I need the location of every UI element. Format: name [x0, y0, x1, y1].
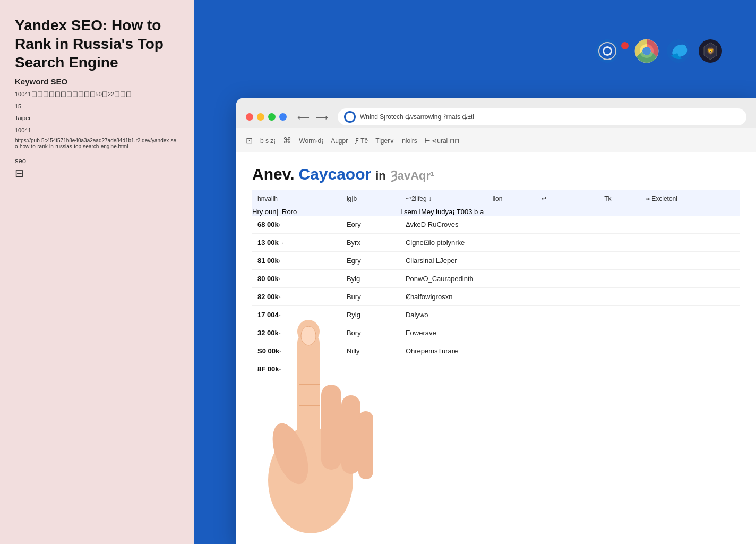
- th-tk: Tk: [599, 190, 641, 208]
- right-panel: 🦁 ⟵ ⟶ Wnind Sȷrotech ȡvsarrowing ʔrnats …: [194, 0, 756, 544]
- table-header-row: hnvalih lg|b ~¹2lifeg ↓ lion ↵ Tk ≈ Exci…: [252, 190, 740, 208]
- browser-tabs: ⊡ b s z¡ ⌘ Worm·d¡ Augpr Ƒ Tē Tiger∨ nlo…: [236, 128, 756, 152]
- notification-dot: [621, 42, 629, 49]
- table-subheader-row: Hry oun| Roro I sem IMey iudya¡ T003 b a: [252, 208, 740, 216]
- close-button[interactable]: [246, 113, 253, 121]
- brave-icon: 🦁: [697, 37, 724, 65]
- td-volume: 13 00k→: [252, 234, 341, 252]
- back-icon[interactable]: ⟵: [295, 111, 312, 123]
- tag-label: seo: [15, 157, 179, 165]
- table-row: 80 00k• Bylg PonwO_Caurapedinth: [252, 270, 740, 288]
- td-volume: S0 00k•: [252, 342, 341, 360]
- td-col3: Clgne⊡lo ptolynrke: [400, 234, 740, 252]
- sub-hry: Hry oun| Roro: [252, 208, 400, 216]
- browser-window: ⟵ ⟶ Wnind Sȷrotech ȡvsarrowing ʔrnats ȡ±…: [236, 98, 756, 544]
- td-col2: Bury: [341, 288, 400, 306]
- td-volume: 80 00k•: [252, 270, 341, 288]
- th-lion: lion: [487, 190, 536, 208]
- browser-icons-row: 🦁: [594, 37, 724, 65]
- keyword-label: Keyword SEO: [15, 77, 179, 86]
- meta-code: 10041: [15, 125, 179, 135]
- th-lifeg: ~¹2lifeg ↓: [400, 190, 487, 208]
- td-volume: 32 00k•: [252, 324, 341, 342]
- svg-point-7: [642, 47, 651, 55]
- td-col3: Cllarsinal LJeper: [400, 252, 740, 270]
- tab-te[interactable]: Ƒ Tē: [355, 137, 368, 148]
- browser-chrome: ⟵ ⟶ Wnind Sȷrotech ȡvsarrowing ʔrnats ȡ±…: [236, 98, 756, 128]
- tab-wormd[interactable]: Worm·d¡: [299, 137, 323, 148]
- minimize-button[interactable]: [257, 113, 264, 121]
- svg-text:🦁: 🦁: [707, 47, 715, 55]
- left-panel: Yandex SEO: How to Rank in Russia's Top …: [0, 0, 194, 544]
- th-empty: [574, 190, 599, 208]
- svg-rect-16: [321, 385, 341, 470]
- browser-content: Anev. Caycaoor in ȜavAqr¹ hnvalih lg|b ~…: [236, 152, 756, 389]
- td-col2: Bylg: [341, 270, 400, 288]
- td-col3: OhrepemsTurare: [400, 342, 740, 360]
- svg-rect-17: [341, 395, 360, 474]
- tag-icon: ⊟: [15, 167, 179, 180]
- td-volume: 82 00k•: [252, 288, 341, 306]
- td-col2: Byrx: [341, 234, 400, 252]
- td-col3: Dalywo: [400, 306, 740, 324]
- td-col3: Ȼhalfowigrosxn: [400, 288, 740, 306]
- th-lgb: lg|b: [341, 190, 400, 208]
- svg-point-13: [268, 427, 353, 533]
- td-col3: PonwO_Caurapedinth: [400, 270, 740, 288]
- tab-augpr[interactable]: Augpr: [331, 137, 348, 148]
- title-part1: Anev.: [252, 165, 294, 183]
- table-row: 17 004• Rylg Dalywo: [252, 306, 740, 324]
- table-row: 68 00k• Eory ΔvkeD RuCroves: [252, 216, 740, 234]
- table-row: 13 00k→ Byrx Clgne⊡lo ptolynrke: [252, 234, 740, 252]
- meta-city: Taipei: [15, 113, 179, 123]
- tab-nloirs[interactable]: nloirs: [402, 137, 417, 148]
- td-volume: 81 00k•: [252, 252, 341, 270]
- chrome-icon: [633, 37, 660, 65]
- reload-icon: [344, 111, 356, 123]
- data-table: hnvalih lg|b ~¹2lifeg ↓ lion ↵ Tk ≈ Exci…: [252, 190, 740, 378]
- content-title: Anev. Caycaoor in ȜavAqr¹: [252, 165, 740, 183]
- th-arrow: ↵: [536, 190, 574, 208]
- td-volume: 8F 00k•: [252, 360, 341, 378]
- title-part4: ȜavAqr¹: [390, 169, 435, 183]
- tab-ural[interactable]: ⊢ ⊲ural ⊓⊓: [425, 137, 459, 148]
- traffic-lights: [246, 113, 287, 121]
- tab-1[interactable]: b s z¡: [260, 137, 276, 148]
- td-col3: ΔvkeD RuCroves: [400, 216, 740, 234]
- td-col2: [341, 360, 400, 378]
- meta-line2: 15: [15, 101, 179, 112]
- svg-point-3: [604, 48, 611, 54]
- tab-home-icon[interactable]: ⊡: [246, 135, 253, 149]
- td-col3: Eowerave: [400, 324, 740, 342]
- td-col2: Rylg: [341, 306, 400, 324]
- td-volume: 17 004•: [252, 306, 341, 324]
- edge-icon: [665, 37, 692, 65]
- svg-point-19: [265, 419, 315, 489]
- firefox-icon: [594, 37, 621, 65]
- address-bar[interactable]: Wnind Sȷrotech ȡvsarrowing ʔrnats ȡ±tl: [338, 108, 746, 125]
- meta-line1: 10041囗囗囗囗囗囗囗囗囗囗囗50囗22囗囗囗: [15, 89, 179, 99]
- td-col3: [400, 360, 740, 378]
- td-col2: Eory: [341, 216, 400, 234]
- tab-tiger[interactable]: Tiger∨: [375, 137, 394, 148]
- forward-icon[interactable]: ⟶: [314, 111, 330, 123]
- extra-button[interactable]: [279, 113, 287, 121]
- table-body: 68 00k• Eory ΔvkeD RuCroves 13 00k→ Byrx…: [252, 216, 740, 378]
- table-row: 81 00k• Egry Cllarsinal LJeper: [252, 252, 740, 270]
- address-text: Wnind Sȷrotech ȡvsarrowing ʔrnats ȡ±tl: [360, 113, 740, 121]
- title-part2: Caycaoor: [298, 165, 371, 183]
- title-part3: in: [375, 169, 386, 183]
- table-row: 8F 00k•: [252, 360, 740, 378]
- td-volume: 68 00k•: [252, 216, 341, 234]
- sub-sem: I sem IMey iudya¡ T003 b a: [400, 208, 740, 216]
- svg-rect-18: [358, 411, 373, 479]
- nav-buttons: ⟵ ⟶: [295, 111, 330, 123]
- th-hnvalih: hnvalih: [252, 190, 341, 208]
- fullscreen-button[interactable]: [268, 113, 276, 121]
- tab-settings-icon[interactable]: ⌘: [283, 135, 291, 149]
- td-col2: Nilly: [341, 342, 400, 360]
- table-row: 32 00k• Bory Eowerave: [252, 324, 740, 342]
- td-col2: Egry: [341, 252, 400, 270]
- th-excietoni: ≈ Excietoni: [641, 190, 740, 208]
- td-col2: Bory: [341, 324, 400, 342]
